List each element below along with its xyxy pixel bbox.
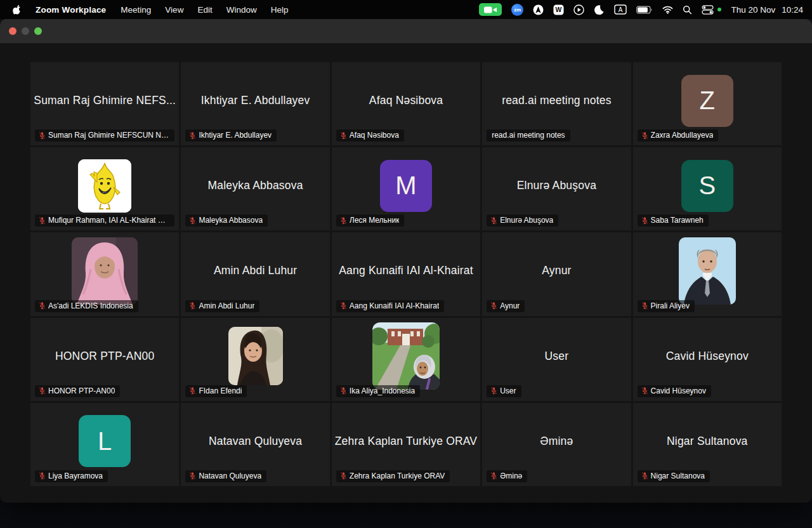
participant-tile-center: Z: [681, 75, 733, 127]
participant-tile[interactable]: Natavan Quluyeva Natavan Quluyeva: [181, 403, 329, 486]
participant-name-label: Zehra Kaplan Turkiye ORAV: [350, 472, 445, 480]
menu-view[interactable]: View: [158, 5, 190, 15]
participant-tile[interactable]: Aynur Aynur: [482, 232, 631, 315]
menu-meeting[interactable]: Meeting: [114, 5, 158, 15]
participant-name-label: Suman Raj Ghimire NEFSCUN Nepal: [48, 131, 169, 140]
participant-tile[interactable]: Afaq Nəsibova Afaq Nəsibova: [332, 62, 480, 145]
participant-tile-center: HONOR PTP-AN00: [55, 350, 154, 363]
participant-tile[interactable]: Aang Kunaifi IAI Al-Khairat Aang Kunaifi…: [332, 232, 480, 315]
muted-mic-icon: [189, 472, 196, 480]
muted-mic-icon: [340, 386, 347, 395]
participant-tile[interactable]: Mufiqur Rahman, IAI AL-Khairat Pamekasan: [30, 147, 179, 230]
participant-tile[interactable]: Amin Abdi Luhur Amin Abdi Luhur: [181, 232, 329, 315]
muted-mic-icon: [39, 131, 46, 140]
recording-status-dot: [717, 8, 721, 11]
participant-display-name: Afaq Nəsibova: [369, 94, 443, 107]
do-not-disturb-moon-icon[interactable]: [594, 4, 605, 15]
participant-name-label: Ikhtiyar E. Abdullayev: [199, 131, 272, 140]
participant-label: Aang Kunaifi IAI Al-Khairat: [336, 300, 444, 312]
participant-tile-center: [372, 322, 440, 390]
gallery-grid: Suman Raj Ghimire NEFS... Suman Raj Ghim…: [30, 62, 782, 486]
participant-display-name: Əminə: [540, 435, 573, 448]
participant-tile[interactable]: Cavid Hüseynov Cavid Hüseynov: [633, 318, 782, 401]
input-source-icon[interactable]: A: [614, 4, 627, 15]
participant-name-label: Liya Bayramova: [48, 472, 103, 480]
participant-tile[interactable]: FIdan Efendi: [181, 318, 329, 401]
suit-passport-portrait-video: [679, 237, 736, 305]
participant-display-name: Nigar Sultanova: [667, 435, 748, 448]
control-center-icon[interactable]: [702, 5, 714, 15]
participant-tile-center: Cavid Hüseynov: [666, 350, 749, 363]
participant-tile[interactable]: User User: [482, 318, 631, 401]
participant-label: Леся Мельник: [336, 214, 405, 227]
battery-icon[interactable]: [636, 6, 653, 14]
participant-tile[interactable]: Ika Aliya_Indonesia: [332, 318, 480, 401]
muted-mic-icon: [641, 131, 648, 140]
wayback-w-icon[interactable]: W: [553, 4, 564, 15]
participant-tile-center: L: [79, 415, 131, 467]
participant-tile[interactable]: Əminə Əminə: [482, 403, 631, 486]
participant-tile[interactable]: Zehra Kaplan Turkiye ORAV Zehra Kaplan T…: [332, 403, 480, 486]
participant-label: Liya Bayramova: [35, 470, 108, 482]
participant-tile-center: Afaq Nəsibova: [369, 94, 443, 107]
participant-video-thumbnail: [72, 237, 138, 305]
participant-label: Suman Raj Ghimire NEFSCUN Nepal: [35, 129, 174, 142]
participant-tile-center: Maleyka Abbasova: [208, 179, 303, 192]
menu-window[interactable]: Window: [219, 5, 264, 15]
play-menubar-icon[interactable]: [573, 4, 584, 15]
participant-display-name: Cavid Hüseynov: [666, 350, 749, 363]
menubar-clock[interactable]: Thu 20 Nov 10:24: [731, 5, 803, 15]
spotlight-search-icon[interactable]: [683, 5, 692, 15]
muted-mic-icon: [189, 216, 196, 225]
participant-tile-center: Natavan Quluyeva: [209, 435, 302, 448]
participant-tile[interactable]: Z Zaxra Abdullayeva: [633, 62, 782, 145]
participant-tile[interactable]: S Saba Tarawneh: [633, 147, 782, 230]
close-window-button[interactable]: [9, 27, 16, 35]
participant-tile[interactable]: HONOR PTP-AN00 HONOR PTP-AN00: [30, 318, 179, 401]
participant-tile[interactable]: Suman Raj Ghimire NEFS... Suman Raj Ghim…: [30, 62, 179, 145]
location-services-icon[interactable]: [533, 4, 544, 15]
participant-display-name: Ikhtiyar E. Abdullayev: [201, 94, 310, 107]
participant-video-thumbnail: [679, 237, 736, 305]
participant-tile[interactable]: As'adi LEKDIS Indonesia: [30, 232, 179, 315]
participant-name-label: Nigar Sultanova: [651, 472, 705, 480]
menu-edit[interactable]: Edit: [190, 5, 219, 15]
participant-label: Maleyka Abbasova: [185, 214, 268, 227]
participant-tile[interactable]: read.ai meeting notes read.ai meeting no…: [482, 62, 631, 145]
zoom-menubar-icon[interactable]: zm: [511, 4, 523, 16]
participant-tile-center: [228, 327, 283, 385]
participant-tile[interactable]: Pirali Aliyev: [633, 232, 782, 315]
participant-tile-center: Aang Kunaifi IAI Al-Khairat: [339, 264, 473, 277]
muted-mic-icon: [340, 131, 347, 140]
participant-tile[interactable]: L Liya Bayramova: [30, 403, 179, 486]
apple-menu-icon[interactable]: [9, 4, 28, 15]
participant-display-name: Maleyka Abbasova: [208, 179, 303, 192]
participant-name-label: Maleyka Abbasova: [199, 216, 263, 225]
menu-help[interactable]: Help: [264, 5, 296, 15]
participant-tile[interactable]: M Леся Мельник: [332, 147, 480, 230]
participant-label: Ikhtiyar E. Abdullayev: [185, 129, 277, 142]
participant-name-label: Əminə: [500, 472, 522, 480]
wifi-icon[interactable]: [662, 6, 673, 14]
participant-tile[interactable]: Ikhtiyar E. Abdullayev Ikhtiyar E. Abdul…: [181, 62, 329, 145]
participant-name-label: read.ai meeting notes: [492, 131, 565, 140]
muted-mic-icon: [340, 301, 347, 310]
muted-mic-icon: [189, 386, 196, 395]
muted-mic-icon: [490, 472, 497, 480]
fullscreen-window-button[interactable]: [34, 27, 42, 35]
participant-label: read.ai meeting notes: [487, 129, 570, 142]
camera-active-indicator-icon[interactable]: [479, 3, 502, 16]
participant-tile-center: Elnurə Abuşova: [517, 179, 596, 192]
window-title-bar[interactable]: [0, 19, 812, 43]
participant-video-thumbnail: [228, 327, 283, 385]
participant-label: FIdan Efendi: [185, 385, 247, 397]
participant-tile-center: User: [545, 350, 569, 363]
minimize-window-button[interactable]: [22, 27, 29, 35]
participant-tile[interactable]: Nigar Sultanova Nigar Sultanova: [633, 403, 782, 486]
participant-tile[interactable]: Elnurə Abuşova Elnurə Abuşova: [482, 147, 631, 230]
active-app-name[interactable]: Zoom Workplace: [28, 5, 114, 15]
muted-mic-icon: [490, 216, 497, 225]
woman-portrait-video: [228, 327, 283, 385]
participant-tile[interactable]: Maleyka Abbasova Maleyka Abbasova: [181, 147, 329, 230]
participant-label: Afaq Nəsibova: [336, 129, 404, 142]
